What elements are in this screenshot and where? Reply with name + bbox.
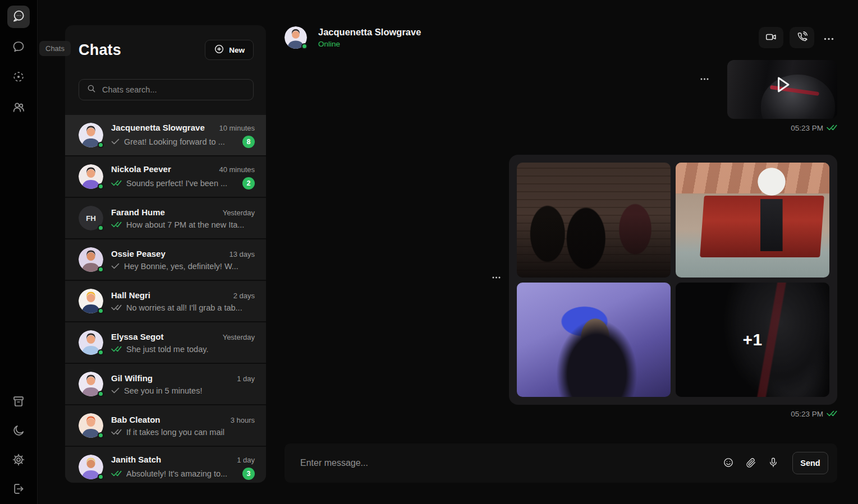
conversation-preview: How about 7 PM at the new Ita... (126, 220, 255, 229)
delivered-check-icon (827, 124, 837, 132)
sidebar-item-settings[interactable] (7, 449, 30, 471)
sidebar (0, 0, 38, 504)
attach-button[interactable] (740, 452, 762, 474)
sidebar-tooltip: Chats (39, 41, 71, 56)
gear-icon (12, 453, 25, 468)
video-camera-icon (765, 31, 777, 45)
conversation-list-item[interactable]: Nickola Peever 40 minutes Sounds perfect… (65, 156, 266, 198)
archive-icon (12, 395, 25, 410)
sidebar-item-theme[interactable] (7, 420, 30, 442)
read-status-icon (111, 304, 122, 311)
image-grid-card: +1 (509, 155, 837, 405)
ellipsis-icon (700, 73, 709, 82)
voice-call-button[interactable] (790, 27, 814, 48)
emoji-button[interactable] (717, 452, 740, 474)
sidebar-item-contacts[interactable] (7, 96, 30, 119)
delivered-check-icon (827, 410, 837, 418)
conversation-name: Gil Wilfing (111, 373, 153, 383)
conversation-time: 1 day (237, 456, 255, 464)
conversation-preview: If it takes long you can mail (126, 428, 255, 437)
mic-button[interactable] (762, 452, 784, 474)
unread-badge: 2 (242, 177, 255, 189)
sidebar-item-archive[interactable] (7, 391, 30, 413)
new-chat-button[interactable]: New (205, 40, 254, 60)
conversation-preview: She just told me today. (126, 345, 255, 354)
plus-circle-icon (214, 44, 224, 56)
new-chat-label: New (229, 46, 245, 54)
conversation-name: Janith Satch (111, 455, 161, 464)
ellipsis-icon (824, 34, 834, 42)
conversation-time: Yesterday (223, 209, 255, 217)
conversation-time: 10 minutes (219, 124, 255, 132)
sidebar-item-logo[interactable] (7, 6, 30, 28)
chat-list: Jacquenetta Slowgrave 10 minutes Great! … (65, 115, 266, 483)
message-composer: Send (285, 443, 837, 483)
conversation-list-item[interactable]: Elyssa Segot Yesterday She just told me … (65, 322, 266, 364)
read-status-icon (111, 180, 122, 186)
online-indicator (98, 225, 104, 231)
photo-dark-robot[interactable]: +1 (676, 283, 829, 397)
conversation-preview: Hey Bonnie, yes, definitely! W... (124, 262, 255, 271)
online-indicator (98, 432, 104, 438)
phone-call-icon (796, 31, 808, 44)
conversation-name: Jacquenetta Slowgrave (111, 123, 205, 132)
emoji-icon (723, 457, 734, 470)
chats-panel-header: Chats New (65, 25, 266, 60)
conversation-list-item[interactable]: Gil Wilfing 1 day See you in 5 minutes! (65, 364, 266, 405)
conversation-time: 1 day (237, 374, 255, 383)
photo-cafe-group[interactable] (517, 163, 671, 278)
conversation-name: Bab Cleaton (111, 415, 160, 424)
conversation-list-item[interactable]: Ossie Peasey 13 days Hey Bonnie, yes, de… (65, 239, 266, 281)
message-options-button[interactable] (698, 71, 711, 84)
sidebar-item-status[interactable] (7, 66, 30, 89)
message-image-grid: +1 05:23 PM (509, 155, 837, 418)
sidebar-item-chats[interactable] (7, 36, 30, 58)
online-indicator (98, 308, 104, 314)
microphone-icon (768, 457, 779, 470)
conversation-header: Jacquenetta Slowgrave Online (285, 25, 837, 50)
chat-search-input[interactable] (102, 85, 246, 94)
read-status-icon (111, 429, 122, 435)
unread-badge: 3 (242, 468, 255, 480)
users-icon (12, 100, 25, 115)
conversation-list-item[interactable]: Janith Satch 1 day Absolutely! It's amaz… (65, 447, 266, 483)
conversation-time: 40 minutes (219, 165, 255, 174)
chat-logo-icon (11, 9, 26, 25)
online-indicator (98, 142, 104, 148)
conversation-time: 3 hours (231, 416, 255, 424)
play-icon[interactable] (770, 72, 795, 99)
search-icon (86, 84, 97, 96)
chat-options-button[interactable] (820, 29, 837, 46)
conversation-time: Yesterday (223, 333, 255, 341)
message-input[interactable] (300, 458, 717, 468)
chats-title: Chats (79, 41, 121, 59)
video-message-thumbnail[interactable] (727, 60, 837, 119)
chat-header-status: Online (318, 40, 421, 48)
conversation-list-item[interactable]: Jacquenetta Slowgrave 10 minutes Great! … (65, 115, 266, 156)
read-status-icon (111, 221, 122, 228)
online-indicator (98, 474, 104, 480)
read-status-icon (111, 138, 120, 145)
unread-badge: 8 (242, 136, 255, 148)
conversation-list-item[interactable]: Bab Cleaton 3 hours If it takes long you… (65, 405, 266, 447)
message-options-button[interactable] (490, 270, 503, 283)
conversation-name: Nickola Peever (111, 164, 171, 174)
conversation-list-item[interactable]: Hall Negri 2 days No worries at all! I'l… (65, 281, 266, 322)
chat-search[interactable] (79, 79, 254, 100)
conversation-preview: Sounds perfect! I've been ... (126, 179, 238, 188)
more-images-overlay[interactable]: +1 (676, 283, 829, 397)
conversation-preview: See you in 5 minutes! (124, 386, 255, 395)
sidebar-item-logout[interactable] (7, 478, 30, 501)
conversation-time: 13 days (229, 250, 255, 258)
photo-vr-headset-man[interactable] (517, 283, 671, 397)
online-indicator (98, 266, 104, 272)
video-call-button[interactable] (759, 27, 783, 48)
send-button[interactable]: Send (792, 452, 828, 474)
online-indicator (98, 183, 104, 189)
online-indicator (98, 349, 104, 355)
chat-bubble-icon (12, 40, 25, 55)
conversation-preview: No worries at all! I'll grab a tab... (126, 303, 255, 312)
photo-robot-on-bench[interactable] (676, 163, 829, 278)
online-indicator (301, 43, 308, 49)
conversation-list-item[interactable]: FH Farand Hume Yesterday How about 7 PM … (65, 198, 266, 239)
